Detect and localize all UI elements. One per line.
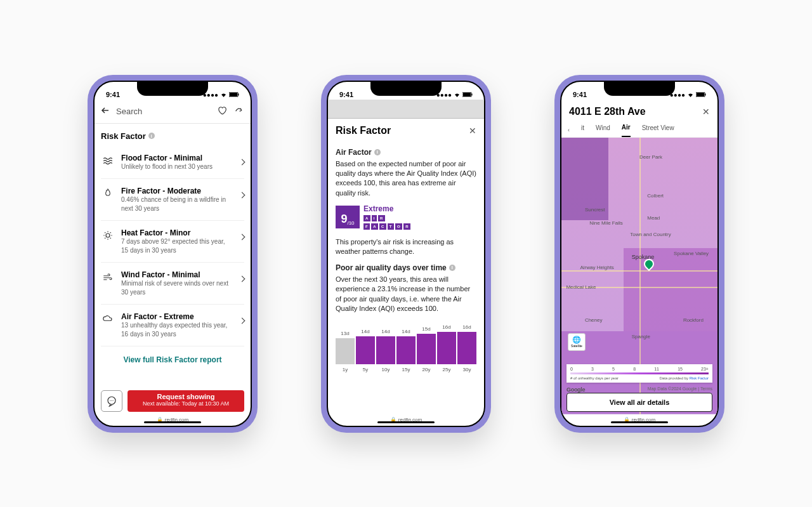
svg-rect-9 [697, 93, 704, 96]
map-label: Deer Park [639, 154, 662, 160]
svg-rect-6 [463, 93, 471, 96]
tab-air[interactable]: Air [622, 124, 631, 137]
heat-icon [101, 228, 115, 243]
wifi-icon [687, 91, 694, 98]
wind-icon [101, 270, 115, 285]
score-label: Extreme [363, 204, 410, 213]
air-icon [101, 312, 115, 327]
wifi-icon [220, 91, 227, 98]
tab-wind[interactable]: Wind [596, 124, 610, 136]
tab-prev[interactable]: it [581, 124, 584, 136]
svg-point-3 [106, 234, 110, 237]
air-quality-map[interactable]: Deer Park Suncrest Colbert Nine Mile Fal… [561, 138, 717, 414]
chart-desc: Over the next 30 years, this area will e… [336, 275, 476, 314]
share-icon[interactable] [234, 105, 244, 117]
svg-rect-1 [230, 93, 237, 96]
battery-icon [462, 91, 473, 98]
nav-row: Search [95, 100, 251, 124]
status-indicators: ●●●● [203, 91, 239, 98]
score-value: 9 [341, 213, 347, 226]
phone-risk-list: 9:41 ●●●● Search [88, 75, 258, 433]
tab-street-view[interactable]: Street View [642, 124, 674, 136]
risk-factor-link[interactable]: Risk Factor [690, 376, 709, 380]
chart-heading: Poor air quality days over time i [336, 263, 476, 272]
chevron-right-icon [239, 234, 246, 240]
dimmed-background [328, 100, 484, 119]
tab-prev-arrow[interactable]: ‹ [568, 127, 570, 133]
close-icon[interactable]: ✕ [469, 126, 476, 136]
map-label: Medical Lake [566, 284, 596, 290]
full-report-link[interactable]: View full Risk Factor report [101, 346, 244, 373]
air-factor-desc: Based on the expected number of poor air… [336, 159, 476, 199]
risk-item-air[interactable]: Air Factor - Extreme 13 unhealthy days e… [101, 305, 244, 346]
satellite-toggle[interactable]: 🌐 Satellite [568, 333, 586, 351]
terms-link[interactable]: Terms [700, 386, 712, 391]
svg-rect-7 [471, 93, 473, 95]
section-title: Risk Factor i [101, 124, 244, 146]
modal-header: Risk Factor ✕ [328, 119, 484, 142]
browser-url: 🔒 redfin.com [561, 414, 717, 426]
view-air-details-button[interactable]: View all air details [566, 393, 712, 412]
chevron-right-icon [239, 318, 246, 324]
svg-rect-10 [705, 93, 706, 95]
address-title: 4011 E 28th Ave [569, 106, 646, 117]
browser-url: 🔒 redfin.com [95, 414, 251, 426]
phone-air-detail: 9:41 ●●●● Risk Factor ✕ Air Factor i Bas… [321, 75, 491, 433]
battery-icon [229, 91, 239, 98]
status-time: 9:41 [339, 91, 353, 98]
status-time: 9:41 [106, 91, 120, 98]
chevron-right-icon [239, 192, 246, 199]
map-label: Town and Country [630, 232, 671, 237]
chevron-right-icon [239, 276, 246, 282]
globe-icon: 🌐 [572, 336, 581, 344]
map-label: Spangle [632, 334, 650, 339]
modal-title: Risk Factor [336, 125, 391, 136]
fire-icon [101, 187, 115, 200]
risk-item-heat[interactable]: Heat Factor - Minor 7 days above 92° exp… [101, 221, 244, 263]
air-quality-chart: 13d14d14d14d15d16d16d1y5y10y15y20y25y30y [336, 320, 476, 372]
map-label: Suncrest [585, 207, 605, 213]
air-score-badge: 9 /10 Extreme AIR FACTOR [336, 204, 476, 230]
wifi-icon [454, 91, 461, 98]
air-factor-heading: Air Factor i [336, 148, 476, 157]
map-label: Colbert [647, 193, 664, 199]
battery-icon [696, 91, 706, 98]
status-indicators: ●●●● [670, 91, 706, 98]
back-icon[interactable] [101, 106, 110, 117]
map-attribution: Google Map Data ©2024 Google | Terms [566, 386, 712, 393]
chevron-right-icon [239, 159, 246, 165]
favorite-icon[interactable] [216, 105, 228, 118]
map-label: Nine Mile Falls [589, 220, 622, 226]
status-indicators: ●●●● [436, 91, 473, 98]
map-label: Airway Heights [580, 265, 614, 270]
info-icon[interactable]: i [148, 133, 155, 139]
browser-url: 🔒 redfin.com [328, 414, 484, 426]
svg-rect-2 [238, 93, 239, 95]
map-label: Rockford [683, 317, 704, 323]
risk-item-fire[interactable]: Fire Factor - Moderate 0.46% chance of b… [101, 179, 244, 221]
map-legend: 0358111523+ # of unhealthy days per year… [566, 364, 712, 383]
request-showing-button[interactable]: Request showing Next available: Today at… [128, 390, 244, 412]
view-tabs: ‹ it Wind Air Street View [561, 121, 717, 138]
search-input[interactable]: Search [116, 107, 210, 116]
air-factor-logo: AIR [363, 215, 410, 221]
close-icon[interactable]: ✕ [702, 107, 710, 117]
flood-icon [101, 154, 115, 168]
info-icon[interactable]: i [449, 265, 455, 271]
chat-button[interactable] [101, 390, 122, 412]
map-label: Spokane Valley [674, 251, 709, 256]
risk-item-flood[interactable]: Flood Factor - Minimal Unlikely to flood… [101, 146, 244, 180]
risk-item-wind[interactable]: Wind Factor - Minimal Minimal risk of se… [101, 263, 244, 305]
map-label: Mead [647, 215, 660, 221]
risk-increasing-text: This property's air risk is increasing a… [336, 237, 476, 257]
map-label: Cheney [585, 317, 603, 323]
status-time: 9:41 [573, 91, 587, 98]
info-icon[interactable]: i [374, 149, 381, 155]
phone-map-view: 9:41 ●●●● 4011 E 28th Ave ✕ ‹ it Wind Ai… [554, 75, 724, 433]
